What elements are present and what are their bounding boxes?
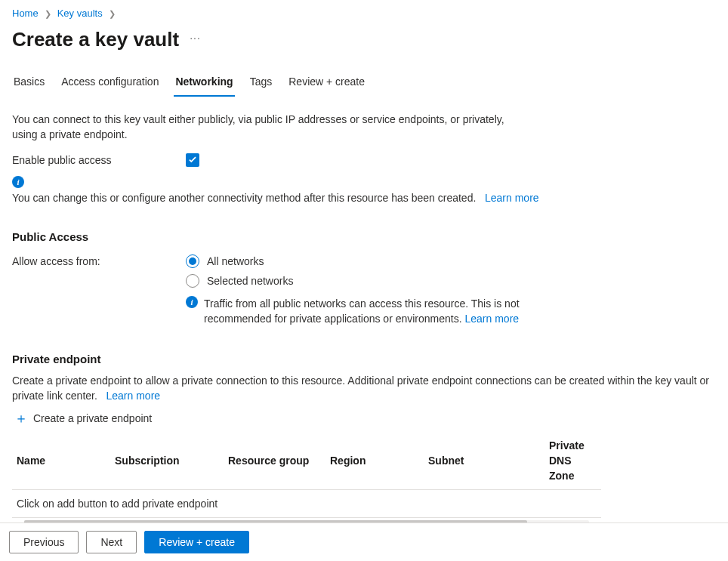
chevron-right-icon: ❯	[45, 6, 51, 21]
public-access-callout-learn-more-link[interactable]: Learn more	[465, 313, 520, 325]
next-button[interactable]: Next	[86, 531, 137, 553]
col-resource-group[interactable]: Resource group	[224, 433, 325, 490]
chevron-right-icon: ❯	[109, 6, 116, 21]
col-private-dns-zone[interactable]: Private DNS Zone	[544, 433, 601, 490]
col-subnet[interactable]: Subnet	[424, 433, 544, 490]
radio-selected-networks[interactable]	[186, 274, 199, 288]
col-name[interactable]: Name	[12, 433, 110, 490]
breadcrumb: Home ❯ Key vaults ❯	[12, 3, 716, 21]
enable-public-access-checkbox[interactable]	[186, 153, 199, 167]
tab-access-configuration[interactable]: Access configuration	[60, 69, 160, 97]
tab-basics[interactable]: Basics	[12, 69, 46, 97]
radio-all-networks[interactable]	[186, 254, 199, 268]
checkmark-icon	[187, 155, 198, 165]
public-access-learn-more-link[interactable]: Learn more	[485, 192, 539, 204]
info-icon: i	[12, 176, 24, 188]
tab-review-create[interactable]: Review + create	[287, 69, 366, 97]
public-access-change-info: You can change this or configure another…	[12, 192, 476, 204]
networking-intro: You can connect to this key vault either…	[12, 112, 511, 142]
create-private-endpoint-button[interactable]: ＋ Create a private endpoint	[15, 411, 152, 426]
previous-button[interactable]: Previous	[9, 531, 79, 553]
wizard-footer: Previous Next Review + create	[0, 522, 728, 561]
more-actions-button[interactable]: ···	[187, 33, 204, 45]
col-subscription[interactable]: Subscription	[110, 433, 224, 490]
review-create-button[interactable]: Review + create	[144, 531, 249, 553]
tab-networking[interactable]: Networking	[174, 69, 234, 97]
plus-icon: ＋	[15, 412, 27, 424]
radio-all-networks-label: All networks	[207, 254, 264, 269]
tab-strip: Basics Access configuration Networking T…	[12, 69, 716, 97]
info-icon: i	[186, 296, 198, 308]
breadcrumb-key-vaults[interactable]: Key vaults	[57, 6, 103, 21]
breadcrumb-home[interactable]: Home	[12, 6, 39, 21]
enable-public-access-label: Enable public access	[12, 153, 186, 168]
tab-tags[interactable]: Tags	[248, 69, 274, 97]
private-endpoint-heading: Private endpoint	[12, 352, 716, 367]
private-endpoint-table: Name Subscription Resource group Region …	[12, 433, 601, 518]
private-endpoint-empty-row: Click on add button to add private endpo…	[12, 490, 601, 518]
col-region[interactable]: Region	[325, 433, 424, 490]
page-title: Create a key vault	[12, 27, 179, 51]
private-endpoint-learn-more-link[interactable]: Learn more	[106, 390, 161, 402]
public-access-heading: Public Access	[12, 230, 716, 245]
allow-access-from-label: Allow access from:	[12, 251, 186, 326]
radio-selected-networks-label: Selected networks	[207, 273, 293, 288]
create-private-endpoint-label: Create a private endpoint	[33, 411, 152, 426]
